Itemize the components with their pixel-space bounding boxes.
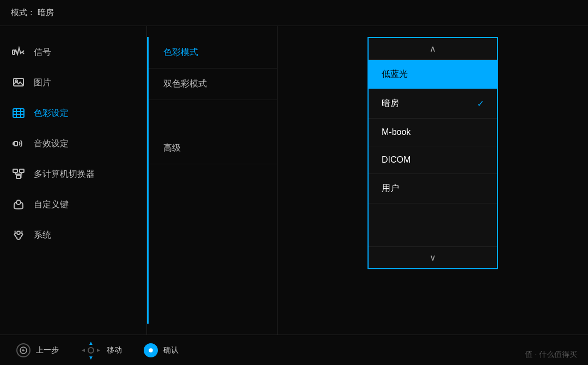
bottom-bar: 上一步 ▲ ◄ ► ▼ 移动 确认 值 · 什么值得买 (0, 335, 588, 365)
check-icon: ✓ (477, 98, 484, 109)
svg-point-14 (16, 200, 21, 205)
sidebar-item-kvm[interactable]: 2 多计算机切换器 (0, 159, 146, 189)
confirm-icon (144, 343, 158, 357)
sidebar-label-color: 色彩设定 (34, 108, 69, 119)
middle-item-advanced[interactable]: 高级 (147, 133, 277, 164)
sidebar-label-picture: 图片 (34, 77, 51, 89)
confirm-control[interactable]: 确认 (144, 343, 179, 357)
move-control[interactable]: ▲ ◄ ► ▼ 移动 (81, 340, 122, 361)
dropdown-box: ∧ 低蓝光 暗房 ✓ M-book DICOM 用户 ∨ (367, 37, 498, 269)
dropdown-arrow-up[interactable]: ∧ (369, 38, 497, 59)
arrow-left-icon: ◄ (81, 347, 86, 354)
arrow-down-icon: ▼ (88, 355, 94, 361)
dropdown-item-mbook[interactable]: M-book (369, 118, 497, 146)
back-control[interactable]: 上一步 (16, 343, 59, 357)
top-bar: 模式： 暗房 (0, 0, 588, 26)
back-icon (16, 343, 30, 357)
right-panel: ∧ 低蓝光 暗房 ✓ M-book DICOM 用户 ∨ (278, 26, 588, 335)
kvm-icon: 2 (11, 166, 26, 182)
main-content: 信号 图片 色彩设定 (0, 26, 588, 335)
svg-rect-9 (13, 169, 17, 172)
mode-title: 模式： 暗房 (11, 8, 54, 18)
sidebar-item-picture[interactable]: 图片 (0, 67, 146, 98)
middle-item-dual-color[interactable]: 双色彩模式 (147, 69, 277, 100)
sidebar-label-system: 系统 (34, 230, 51, 241)
svg-rect-3 (13, 109, 24, 117)
sidebar-item-custom[interactable]: 自定义键 (0, 189, 146, 220)
sidebar-item-signal[interactable]: 信号 (0, 37, 146, 67)
middle-item-color-mode[interactable]: 色彩模式 (147, 37, 277, 69)
arrow-up-icon: ▲ (88, 340, 94, 346)
custom-icon (11, 197, 26, 212)
sidebar-item-color[interactable]: 色彩设定 (0, 98, 146, 128)
sidebar: 信号 图片 色彩设定 (0, 26, 147, 335)
svg-rect-8 (14, 141, 17, 146)
picture-icon (11, 75, 26, 90)
sidebar-item-audio[interactable]: 音效设定 (0, 128, 146, 159)
sidebar-label-custom: 自定义键 (34, 199, 69, 211)
system-icon (11, 227, 26, 243)
sidebar-label-kvm: 多计算机切换器 (34, 169, 95, 180)
dropdown-arrow-down[interactable]: ∨ (369, 246, 497, 268)
svg-text:2: 2 (20, 175, 22, 178)
watermark: 值 · 什么值得买 (525, 350, 577, 360)
svg-point-15 (17, 231, 20, 234)
dropdown-item-dark-room[interactable]: 暗房 ✓ (369, 89, 497, 118)
dropdown-item-dicom[interactable]: DICOM (369, 146, 497, 174)
middle-panel: 色彩模式 双色彩模式 高级 (147, 26, 278, 335)
move-center (88, 347, 94, 354)
dropdown-item-user[interactable]: 用户 (369, 174, 497, 203)
dropdown-item-low-blue[interactable]: 低蓝光 (369, 59, 497, 89)
back-label: 上一步 (36, 345, 59, 355)
sidebar-label-signal: 信号 (34, 47, 51, 58)
svg-rect-10 (20, 169, 24, 172)
sidebar-item-system[interactable]: 系统 (0, 220, 146, 250)
move-label: 移动 (107, 345, 122, 355)
confirm-label: 确认 (163, 345, 179, 355)
color-icon (11, 106, 26, 121)
audio-icon (11, 136, 26, 151)
arrow-right-icon: ► (96, 347, 101, 354)
sidebar-label-audio: 音效设定 (34, 138, 69, 150)
signal-icon (11, 45, 26, 60)
svg-point-18 (149, 349, 152, 352)
